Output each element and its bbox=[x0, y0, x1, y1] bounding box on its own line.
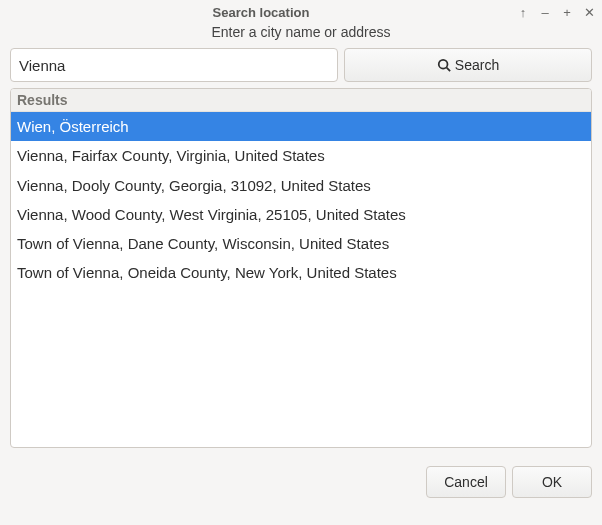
window-controls: ↑ – + ✕ bbox=[516, 6, 596, 19]
result-item[interactable]: Vienna, Fairfax County, Virginia, United… bbox=[11, 141, 591, 170]
result-item[interactable]: Vienna, Wood County, West Virginia, 2510… bbox=[11, 200, 591, 229]
search-button-label: Search bbox=[455, 57, 499, 73]
result-item[interactable]: Vienna, Dooly County, Georgia, 31092, Un… bbox=[11, 171, 591, 200]
window-title: Search location bbox=[6, 5, 516, 20]
dialog-subtitle: Enter a city name or address bbox=[0, 24, 602, 48]
search-button[interactable]: Search bbox=[344, 48, 592, 82]
minimize-icon[interactable]: – bbox=[538, 6, 552, 19]
result-item[interactable]: Town of Vienna, Dane County, Wisconsin, … bbox=[11, 229, 591, 258]
cancel-button[interactable]: Cancel bbox=[426, 466, 506, 498]
results-list: Wien, ÖsterreichVienna, Fairfax County, … bbox=[11, 112, 591, 288]
titlebar: Search location ↑ – + ✕ bbox=[0, 0, 602, 24]
results-panel: Results Wien, ÖsterreichVienna, Fairfax … bbox=[10, 88, 592, 448]
search-icon bbox=[437, 58, 451, 72]
search-row: Search bbox=[10, 48, 592, 82]
close-icon[interactable]: ✕ bbox=[582, 6, 596, 19]
search-input[interactable] bbox=[10, 48, 338, 82]
ok-button[interactable]: OK bbox=[512, 466, 592, 498]
up-arrow-icon[interactable]: ↑ bbox=[516, 6, 530, 19]
results-header: Results bbox=[11, 89, 591, 112]
maximize-icon[interactable]: + bbox=[560, 6, 574, 19]
result-item[interactable]: Wien, Österreich bbox=[11, 112, 591, 141]
result-item[interactable]: Town of Vienna, Oneida County, New York,… bbox=[11, 258, 591, 287]
dialog-footer: Cancel OK bbox=[0, 458, 602, 506]
svg-line-1 bbox=[446, 68, 450, 72]
svg-point-0 bbox=[439, 60, 448, 69]
